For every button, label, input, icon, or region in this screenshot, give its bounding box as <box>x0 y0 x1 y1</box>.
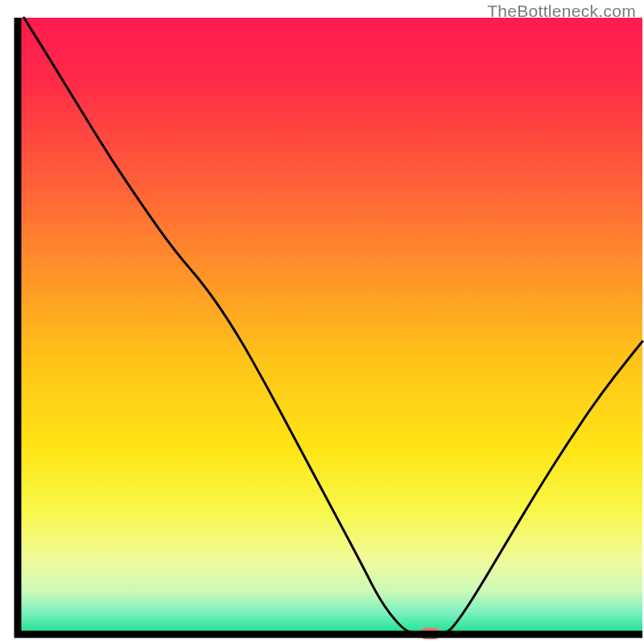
chart-container: TheBottleneck.com <box>0 0 644 644</box>
watermark-text: TheBottleneck.com <box>487 2 636 21</box>
bottleneck-chart <box>0 0 644 644</box>
gradient-background <box>18 18 642 634</box>
